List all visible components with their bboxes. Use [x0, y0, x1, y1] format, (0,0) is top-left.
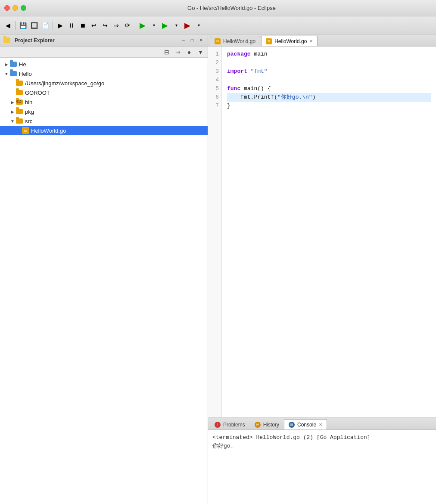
code-line-2: [227, 59, 431, 67]
toolbar-step-out-btn[interactable]: ↪: [100, 20, 110, 31]
toolbar-back-btn[interactable]: ◀: [3, 20, 13, 31]
sidebar: Project Explorer ─ □ ✕ ⊟ ⇒ ● ▾ ▶: [0, 34, 208, 504]
sidebar-panel-header: Project Explorer ─ □ ✕: [0, 34, 208, 47]
tree-item-pkg[interactable]: ▶ pkg: [0, 107, 208, 116]
window-title: Go - He/src/HelloWorld.go - Eclipse: [31, 5, 432, 11]
toolbar-sep-2: [53, 21, 53, 30]
editor-and-bottom: 1 2 3 4 5 6 7 package main import "fmt": [208, 47, 436, 504]
line-num-2: 2: [208, 59, 221, 67]
sidebar-minimize-btn[interactable]: ─: [180, 37, 187, 44]
toolbar-run-btn[interactable]: ▶: [55, 20, 65, 31]
console-tab-close-btn[interactable]: ✕: [319, 422, 322, 427]
editor-tab-2[interactable]: G HelloWorld.go ✕: [261, 36, 318, 46]
toolbar-settings-btn[interactable]: 🔲: [29, 20, 39, 31]
console-output: <terminated> HelloWorld.go (2) [Go Appli…: [208, 430, 436, 504]
toolbar-sep-1: [15, 21, 16, 30]
tree-item-goroot[interactable]: GOROOT: [0, 88, 208, 97]
code-line-7: }: [227, 102, 431, 110]
console-tab-icon: ▤: [289, 422, 295, 428]
toolbar-step-over-btn[interactable]: ⇒: [111, 20, 121, 31]
tab2-label: HelloWorld.go: [274, 38, 307, 44]
editor-area: G HelloWorld.go G HelloWorld.go ✕ 1 2 3 …: [208, 34, 436, 504]
code-line-3: import "fmt": [227, 67, 431, 76]
bottom-tab-console[interactable]: ▤ Console ✕: [284, 419, 327, 429]
toolbar-save-btn[interactable]: 💾: [18, 20, 28, 31]
line-num-1: 1: [208, 50, 221, 59]
close-button[interactable]: [4, 5, 10, 11]
console-line-2: 你好go.: [212, 442, 432, 451]
line-num-4: 4: [208, 76, 221, 84]
editor-tab-bar: G HelloWorld.go G HelloWorld.go ✕: [208, 34, 436, 47]
link-editor-btn[interactable]: ⇒: [173, 48, 183, 56]
bottom-panel: ! Problems H History ▤ Console ✕ <te: [208, 418, 436, 504]
code-line-5: func main() {: [227, 84, 431, 93]
toolbar-debug-arrow[interactable]: ▾: [171, 20, 181, 31]
toolbar-pause-btn[interactable]: ⏸: [66, 20, 77, 31]
pkg-folder-icon: [16, 108, 23, 115]
src-folder-icon: [16, 118, 23, 124]
code-editor[interactable]: 1 2 3 4 5 6 7 package main import "fmt": [208, 47, 436, 418]
goroot-label: GOROOT: [25, 90, 50, 96]
he-expand-icon: ▶: [3, 62, 9, 67]
history-tab-label: History: [263, 422, 279, 428]
toolbar-step-in-btn[interactable]: ↩: [89, 20, 99, 31]
line-num-6: 6: [208, 93, 221, 102]
toolbar-debug-dropdown-btn[interactable]: ▶: [160, 20, 170, 31]
minimize-button[interactable]: [12, 5, 18, 11]
tab2-close-btn[interactable]: ✕: [309, 39, 313, 44]
history-tab-icon: H: [255, 422, 261, 428]
tree-item-he[interactable]: ▶ He: [0, 59, 208, 69]
toolbar-sep-3: [135, 21, 135, 30]
title-bar: Go - He/src/HelloWorld.go - Eclipse: [0, 0, 436, 16]
helloworld-label: HelloWorld.go: [31, 128, 66, 134]
sidebar-close-btn[interactable]: ✕: [197, 37, 204, 44]
he-folder-icon: [9, 61, 17, 68]
toolbar-doc-btn[interactable]: 📄: [40, 20, 50, 31]
workspace-label: /Users/jingmz/workspace_go/go: [25, 80, 104, 87]
line-num-5: 5: [208, 84, 221, 93]
view-menu-btn[interactable]: ▾: [196, 48, 205, 56]
bin-label: bin: [25, 99, 32, 106]
code-line-1: package main: [227, 50, 431, 59]
bottom-tab-problems[interactable]: ! Problems: [210, 419, 250, 429]
toolbar-refresh-btn[interactable]: ⟳: [122, 20, 133, 31]
hello-label: Hello: [19, 71, 32, 77]
toolbar-stop-btn[interactable]: ⏹: [78, 20, 88, 31]
bin-expand-icon: ▶: [9, 100, 16, 105]
sidebar-actions: ─ □ ✕: [180, 37, 204, 44]
tree-item-hello[interactable]: ▼ Hello: [0, 69, 208, 78]
he-label: He: [19, 61, 26, 68]
tree-item-src[interactable]: ▼ src: [0, 116, 208, 126]
goroot-folder-icon: [16, 89, 23, 96]
hello-expand-icon: ▼: [3, 72, 9, 76]
toolbar-coverage-dropdown-btn[interactable]: ▶: [182, 20, 193, 31]
tree-item-workspace[interactable]: /Users/jingmz/workspace_go/go: [0, 78, 208, 88]
tab2-icon: G: [266, 38, 272, 44]
sidebar-maximize-btn[interactable]: □: [189, 37, 196, 44]
pkg-label: pkg: [25, 109, 34, 115]
workspace-folder-icon: [16, 80, 23, 87]
code-line-4: [227, 76, 431, 84]
tree-item-bin[interactable]: ▶ 010 bin: [0, 97, 208, 107]
bin-folder-icon: 010: [16, 99, 23, 106]
toolbar-coverage-arrow[interactable]: ▾: [193, 20, 204, 31]
line-num-3: 3: [208, 67, 221, 76]
src-label: src: [25, 118, 32, 124]
explorer-toolbar: ⊟ ⇒ ● ▾: [0, 47, 208, 58]
console-line-1: <terminated> HelloWorld.go (2) [Go Appli…: [212, 433, 432, 442]
filter-btn[interactable]: ●: [184, 48, 194, 56]
pkg-expand-icon: ▶: [9, 109, 16, 114]
src-expand-icon: ▼: [9, 119, 16, 124]
tab1-label: HelloWorld.go: [223, 38, 255, 44]
file-tree: ▶ He ▼ Hello: [0, 58, 208, 504]
tree-item-helloworld[interactable]: G HelloWorld.go: [0, 126, 208, 135]
maximize-button[interactable]: [21, 5, 26, 11]
toolbar-run-arrow[interactable]: ▾: [149, 20, 159, 31]
toolbar-run-dropdown-btn[interactable]: ▶: [137, 20, 148, 31]
bottom-tab-history[interactable]: H History: [250, 419, 284, 429]
collapse-all-btn[interactable]: ⊟: [162, 48, 171, 56]
editor-tab-1[interactable]: G HelloWorld.go: [210, 36, 260, 46]
code-content[interactable]: package main import "fmt" func main() { …: [222, 47, 436, 417]
hello-folder-icon: [9, 70, 17, 77]
helloworld-file-icon: G: [22, 127, 29, 134]
